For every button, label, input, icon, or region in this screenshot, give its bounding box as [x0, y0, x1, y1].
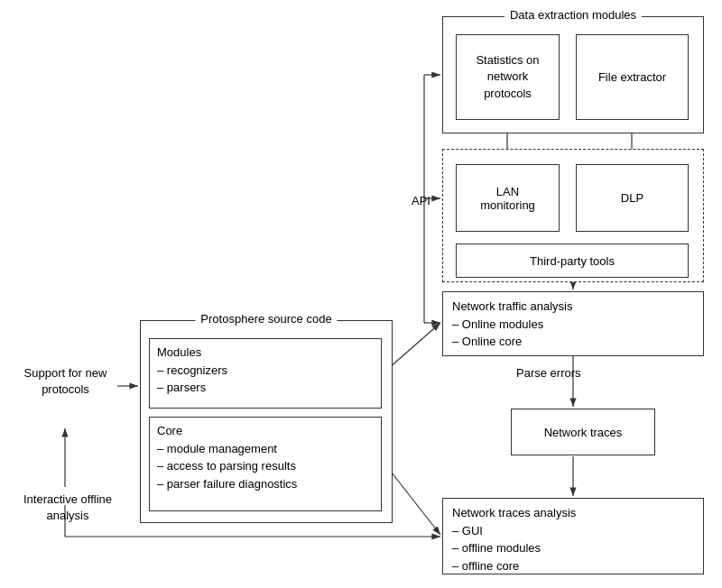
statistics-label: Statistics onnetworkprotocols [476, 52, 539, 102]
modules-label: Modules– recognizers– parsers [157, 345, 227, 394]
api-label: API [412, 194, 430, 207]
network-traces-box: Network traces [511, 409, 655, 455]
core-box: Core– module management– access to parsi… [149, 417, 382, 511]
protosphere-label: Protosphere source code [195, 312, 337, 326]
network-traces-analysis-box: Network traces analysis– GUI– offline mo… [442, 498, 704, 574]
dlp-box: DLP [576, 164, 689, 232]
network-traces-analysis-label: Network traces analysis– GUI– offline mo… [452, 506, 576, 573]
file-extractor-label: File extractor [598, 70, 666, 84]
network-traffic-label: Network traffic analysis– Online modules… [452, 299, 572, 348]
support-label: Support for newprotocols [9, 365, 122, 398]
dlp-label: DLP [621, 191, 643, 205]
statistics-box: Statistics onnetworkprotocols [456, 34, 560, 120]
modules-box: Modules– recognizers– parsers [149, 338, 382, 409]
lan-monitoring-label: LANmonitoring [480, 185, 535, 212]
network-traces-label: Network traces [544, 426, 623, 439]
third-party-tools-label: Third-party tools [530, 254, 615, 268]
network-traffic-box: Network traffic analysis– Online modules… [442, 291, 704, 356]
parse-errors-label: Parse errors [516, 366, 581, 380]
lan-monitoring-box: LANmonitoring [456, 164, 560, 232]
interactive-label: Interactive offlineanalysis [9, 492, 126, 524]
file-extractor-box: File extractor [576, 34, 689, 120]
third-party-tools-box: Third-party tools [456, 243, 689, 278]
core-label: Core– module management– access to parsi… [157, 424, 297, 491]
data-extraction-label: Data extraction modules [504, 8, 642, 22]
architecture-diagram: Data extraction modules Statistics onnet… [0, 0, 722, 588]
